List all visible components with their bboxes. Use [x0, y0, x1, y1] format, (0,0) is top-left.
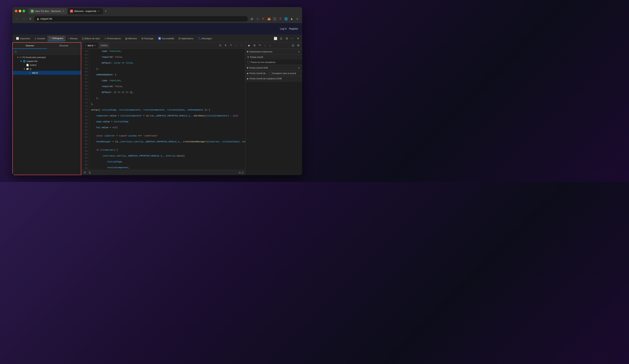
refresh-button[interactable]: ↺: [28, 16, 33, 21]
extension1-button[interactable]: ⬛: [272, 16, 277, 21]
file-tree: ▼ ⬡ Fil d'exécution principal ▼ 🌐 snippe…: [13, 55, 81, 175]
overflow-button[interactable]: ⋯: [290, 36, 295, 41]
devtools-tab-network[interactable]: ↕ Réseau: [66, 36, 80, 41]
domain-chevron: ▼: [20, 60, 22, 62]
devtools-tab-inspector[interactable]: ⬜ Inspecteur: [14, 36, 32, 41]
devtools-tab-console-label: Console: [37, 37, 45, 40]
settings-right-btn[interactable]: ⚙: [296, 43, 301, 48]
extension4-button[interactable]: ♟: [289, 16, 294, 21]
pause-button[interactable]: ⏸: [252, 43, 257, 48]
register-link[interactable]: Register: [289, 27, 298, 30]
xhr-breakpoints-section: ▶ Points d'arrêt XHR +: [245, 65, 302, 71]
devtools-tab-memory[interactable]: ▤ Mémoire: [123, 36, 139, 41]
bookmark-button[interactable]: ☆: [255, 16, 260, 21]
add-xhr-button[interactable]: +: [297, 66, 301, 70]
devtools-tab-perf[interactable]: ◇ Performances: [102, 36, 123, 41]
pretty-print-button[interactable]: ⊡: [218, 43, 222, 48]
pause-exceptions-label: Pause sur les exceptions: [251, 61, 275, 63]
menu-button[interactable]: ≡: [295, 16, 300, 21]
devtools-tab-console[interactable]: ≥ Console: [33, 36, 47, 41]
reader-button[interactable]: ⊞: [249, 16, 254, 21]
step-in-btn[interactable]: ↓: [263, 43, 267, 48]
bracket-button[interactable]: {}: [88, 171, 92, 175]
pocket-button[interactable]: P: [261, 16, 266, 21]
tree-item-js-folder[interactable]: ▼ 📁 js: [13, 67, 81, 71]
expressions-header[interactable]: ▶ Expressions espionnes +: [245, 49, 302, 54]
browser-tab-htb[interactable]: ⬡ Hack The Box :: Machines ✕: [28, 8, 67, 14]
browser-tab-snippet[interactable]: S Welcome - snippet.htb ✕: [68, 8, 103, 14]
index-label: (index): [30, 64, 37, 66]
step-into-button[interactable]: ↓: [234, 43, 238, 48]
login-link[interactable]: Log in: [280, 27, 287, 30]
expressions-label: Expressions espionnes: [249, 50, 272, 53]
dock-button[interactable]: ⬜: [273, 36, 278, 41]
perf-icon: ◇: [104, 37, 106, 40]
code-tab-appjs[interactable]: ✓ app.js ✕: [83, 43, 98, 48]
xhr-breakpoints-header[interactable]: ▶ Points d'arrêt XHR +: [245, 65, 302, 71]
dom-mutations-label: Points d'arrêt de mutations DOM: [249, 77, 282, 80]
log-label: Enregistrer dans le journal: [272, 72, 296, 75]
back-button[interactable]: ←: [15, 16, 20, 21]
style-icon: {}: [82, 37, 84, 40]
devtools-tab-storage[interactable]: ⊞ Stockage: [140, 36, 156, 41]
minimize-button[interactable]: [19, 10, 21, 12]
address-bar[interactable]: 🔒 snippet.htb: [34, 16, 248, 21]
other-breakpoints-header[interactable]: ▶ Points d'arrêt de... Enregistrer dans …: [245, 71, 302, 76]
breakpoints-header[interactable]: ▼ Points d'arrêt: [245, 55, 302, 60]
extension3-button[interactable]: 🌐: [284, 16, 288, 21]
other-breakpoints-section: ▶ Points d'arrêt de... Enregistrer dans …: [245, 71, 302, 76]
inspector-icon: ⬜: [16, 37, 19, 40]
container-button[interactable]: 🦊: [267, 16, 271, 21]
right-panel-toolbar: ▶ ⏸ ↷ ↓ ↑ ⊡ ⚙: [245, 42, 302, 49]
settings-button[interactable]: ⚙: [284, 36, 289, 41]
dom-mutations-header[interactable]: ▶ Points d'arrêt de mutations DOM: [245, 76, 302, 81]
address-text: snippet.htb: [40, 17, 52, 20]
left-panel-toolbar: ⬡: [13, 49, 81, 55]
fullscreen-button[interactable]: [22, 10, 25, 12]
extension2-button[interactable]: T: [278, 16, 283, 21]
close-devtools-button[interactable]: ✕: [296, 36, 301, 41]
format-button[interactable]: ⊡: [83, 171, 87, 175]
undock-button[interactable]: ⊡: [279, 36, 284, 41]
devtools-tab-style[interactable]: {} Éditeur de style: [80, 36, 102, 41]
tab-close-snippet[interactable]: ✕: [98, 10, 100, 12]
sources-tab[interactable]: Sources: [13, 43, 47, 49]
close-button[interactable]: [15, 10, 17, 12]
appjs-icon: ✓: [29, 72, 31, 74]
code-area[interactable]: 5960616263 6465666768 6970717273 7475767…: [81, 49, 245, 170]
network-icon: ↕: [68, 37, 69, 40]
tree-item-thread[interactable]: ▼ ⬡ Fil d'exécution principal: [13, 55, 81, 59]
structure-tab[interactable]: Structure: [47, 43, 81, 49]
devtools-tab-accessibility[interactable]: ♿ Accessibilité: [156, 36, 176, 41]
forward-button[interactable]: →: [21, 16, 26, 21]
devtools-tab-apps[interactable]: ⊞ Applications: [176, 36, 195, 41]
resume-button[interactable]: ▶: [247, 43, 252, 48]
code-panel-tabs: ✓ app.js ✕ (index) ⊡ ⏸ ↷ ↓ ↑: [81, 42, 245, 49]
pretty-print-right-btn[interactable]: ⊡: [291, 43, 295, 48]
tree-item-index[interactable]: ▶ 📄 (index): [13, 63, 81, 67]
devtools-tab-debugger[interactable]: ⬡ Débogueur: [47, 36, 65, 41]
snippet-favicon: S: [70, 10, 73, 12]
code-tab-index[interactable]: (index): [99, 43, 110, 48]
other-breakpoints-label: Points d'arrêt de...: [249, 72, 268, 75]
devtools-tab-memory-label: Mémoire: [128, 37, 137, 40]
code-content: type: Function, required: false, default…: [89, 49, 245, 170]
pause-button[interactable]: ⏸: [223, 43, 228, 48]
code-tab-appjs-close[interactable]: ✕: [94, 44, 96, 47]
step-over-button[interactable]: ↷: [229, 43, 233, 48]
tab-close-htb[interactable]: ✕: [62, 10, 65, 12]
step-out-btn[interactable]: ↑: [268, 43, 273, 48]
log-checkbox[interactable]: [269, 72, 272, 75]
devtools-tab-messages[interactable]: 🐾 Messages: [196, 36, 214, 41]
devtools-tab-storage-label: Stockage: [144, 37, 154, 40]
new-tab-button[interactable]: +: [103, 9, 108, 13]
add-expression-button[interactable]: +: [297, 50, 301, 53]
step-out-button[interactable]: ↑: [239, 43, 244, 48]
pause-exceptions-checkbox[interactable]: [247, 61, 249, 63]
browser-window: ⬡ Hack The Box :: Machines ✕ S Welcome -…: [12, 7, 302, 175]
collapse-all-button[interactable]: ⬡: [13, 50, 18, 54]
tree-item-domain[interactable]: ▼ 🌐 snippet.htb: [13, 59, 81, 63]
step-over-btn[interactable]: ↷: [258, 43, 262, 48]
tree-item-appjs[interactable]: ▶ ✓ app.js: [13, 71, 81, 75]
pause-on-exceptions-row[interactable]: Pause sur les exceptions: [247, 60, 301, 64]
